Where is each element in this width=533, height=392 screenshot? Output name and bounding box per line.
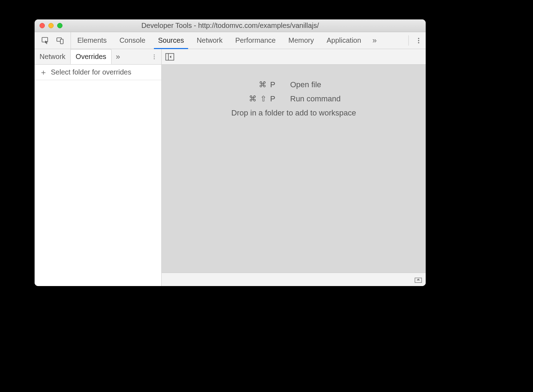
- main-tabs-overflow-icon[interactable]: »: [367, 36, 382, 45]
- editor-toolbar: [162, 49, 426, 65]
- sidebar-tab-strip: NetworkOverrides »: [35, 49, 161, 65]
- plus-icon: ＋: [40, 69, 47, 76]
- editor-footer: [162, 273, 426, 286]
- svg-point-5: [418, 42, 419, 43]
- inspect-element-icon[interactable]: [41, 36, 49, 45]
- svg-point-3: [418, 38, 419, 39]
- shortcut-row: ⌘ ⇧ PRun command: [234, 94, 354, 103]
- devtools-window: Developer Tools - http://todomvc.com/exa…: [35, 19, 426, 286]
- minimize-window-button[interactable]: [48, 23, 54, 28]
- tab-memory[interactable]: Memory: [282, 32, 320, 49]
- dropzone-hint: Drop in a folder to add to workspace: [231, 108, 356, 118]
- close-window-button[interactable]: [40, 23, 45, 28]
- shortcut-keys: ⌘ P: [234, 80, 276, 89]
- shortcut-keys: ⌘ ⇧ P: [234, 94, 276, 103]
- titlebar: Developer Tools - http://todomvc.com/exa…: [35, 19, 426, 32]
- tab-application[interactable]: Application: [320, 32, 367, 49]
- main-tabs-right-tools: [406, 32, 426, 49]
- sidebar-menu-icon[interactable]: [147, 54, 161, 60]
- svg-point-4: [418, 40, 419, 41]
- shortcut-hints: ⌘ POpen file⌘ ⇧ PRun command Drop in a f…: [162, 80, 426, 118]
- tab-sources[interactable]: Sources: [152, 32, 190, 49]
- shortcut-row: ⌘ POpen file: [234, 80, 354, 89]
- zoom-window-button[interactable]: [57, 23, 62, 28]
- panel-body: NetworkOverrides » ＋ Select folder for o…: [35, 49, 426, 286]
- tab-console[interactable]: Console: [113, 32, 151, 49]
- traffic-lights: [40, 23, 62, 28]
- window-title: Developer Tools - http://todomvc.com/exa…: [35, 22, 426, 30]
- svg-point-6: [154, 54, 155, 55]
- shortcut-label: Open file: [290, 80, 354, 89]
- toggle-device-toolbar-icon[interactable]: [56, 36, 64, 45]
- console-drawer-toggle-icon[interactable]: [414, 276, 422, 283]
- inspector-toolbar: [35, 32, 71, 49]
- main-tab-strip: ElementsConsoleSourcesNetworkPerformance…: [35, 32, 426, 49]
- tab-performance[interactable]: Performance: [229, 32, 282, 49]
- tab-elements[interactable]: Elements: [71, 32, 113, 49]
- select-folder-for-overrides-button[interactable]: ＋ Select folder for overrides: [35, 65, 161, 80]
- select-folder-label: Select folder for overrides: [51, 68, 131, 76]
- separator: [408, 35, 409, 45]
- svg-rect-2: [60, 39, 63, 44]
- svg-rect-0: [42, 37, 48, 42]
- editor-content[interactable]: ⌘ POpen file⌘ ⇧ PRun command Drop in a f…: [162, 65, 426, 273]
- tab-network[interactable]: Network: [190, 32, 229, 49]
- sidebar-tabs-overflow-icon[interactable]: »: [112, 52, 124, 61]
- shortcut-label: Run command: [290, 94, 354, 103]
- svg-point-8: [154, 58, 155, 59]
- toggle-navigator-icon[interactable]: [165, 53, 174, 61]
- sidebar-tab-overrides[interactable]: Overrides: [70, 49, 112, 64]
- sources-sidebar: NetworkOverrides » ＋ Select folder for o…: [35, 49, 162, 286]
- editor-pane: ⌘ POpen file⌘ ⇧ PRun command Drop in a f…: [162, 49, 426, 286]
- svg-point-7: [154, 56, 155, 57]
- settings-menu-icon[interactable]: [412, 37, 426, 44]
- sidebar-tab-network[interactable]: Network: [35, 49, 70, 64]
